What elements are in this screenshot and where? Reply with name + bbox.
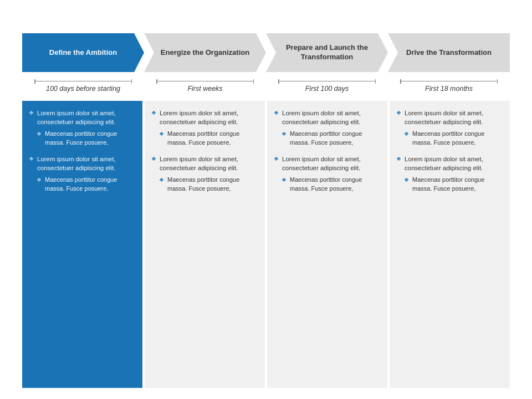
bullet-main-text: Lorem ipsum dolor sit amet, consectetuer…	[405, 109, 503, 126]
arrow-label: Prepare and Launch the Transformation	[266, 43, 388, 62]
bullet-main-text: Lorem ipsum dolor sit amet, consectetuer…	[160, 155, 258, 172]
arrow-item-3: Prepare and Launch the Transformation	[266, 33, 388, 72]
bullet-diamond-icon: ❖	[29, 109, 34, 117]
bullet-main-text: Lorem ipsum dolor sit amet, consectetuer…	[282, 155, 381, 172]
timeline-cell-4: First 18 months	[388, 73, 510, 99]
timeline-cell-3: First 100 days	[266, 73, 388, 99]
bullet-main-text: Lorem ipsum dolor sit amet, consectetuer…	[160, 109, 258, 126]
bullet-sub-text: Maecenas porttitor congue massa. Fusce p…	[412, 176, 503, 193]
content-column-4: ❖Lorem ipsum dolor sit amet, consectetue…	[390, 101, 510, 388]
content-column-2: ❖Lorem ipsum dolor sit amet, consectetue…	[145, 101, 265, 388]
bullet-main-0-0: ❖Lorem ipsum dolor sit amet, consectetue…	[29, 109, 136, 126]
bullet-sub-text: Maecenas porttitor congue massa. Fusce p…	[290, 176, 381, 193]
content-row: ❖Lorem ipsum dolor sit amet, consectetue…	[22, 101, 510, 388]
timeline-label-4: First 18 months	[425, 85, 473, 93]
timeline-cell-2: First weeks	[144, 73, 266, 99]
bullet-sub-text: Maecenas porttitor congue massa. Fusce p…	[45, 130, 136, 147]
bullet-main-0-1: ❖Lorem ipsum dolor sit amet, consectetue…	[29, 155, 136, 172]
bullet-sub-diamond-icon: ❖	[159, 130, 164, 138]
bullet-diamond-icon: ❖	[151, 109, 156, 117]
timeline-cell-1: 100 days before starting	[22, 73, 144, 99]
bullet-main-3-0: ❖Lorem ipsum dolor sit amet, consectetue…	[396, 109, 503, 126]
bullet-diamond-icon: ❖	[396, 109, 401, 117]
bullet-sub-1-0: ❖Maecenas porttitor congue massa. Fusce …	[159, 130, 258, 147]
arrow-item-4: Drive the Transformation	[388, 33, 510, 72]
bullet-sub-text: Maecenas porttitor congue massa. Fusce p…	[45, 176, 136, 193]
bullet-main-text: Lorem ipsum dolor sit amet, consectetuer…	[37, 109, 136, 126]
bullet-main-3-1: ❖Lorem ipsum dolor sit amet, consectetue…	[396, 155, 503, 172]
arrow-label: Energize the Organization	[161, 48, 249, 58]
bullet-diamond-icon: ❖	[29, 155, 34, 163]
arrow-item-1: Define the Ambition	[22, 33, 144, 72]
bullet-sub-diamond-icon: ❖	[159, 176, 164, 184]
bullet-sub-text: Maecenas porttitor congue massa. Fusce p…	[167, 130, 258, 147]
timeline-label-1: 100 days before starting	[46, 85, 120, 93]
bullet-sub-diamond-icon: ❖	[404, 176, 409, 184]
timeline-row: 100 days before startingFirst weeksFirst…	[22, 73, 510, 99]
bullet-sub-diamond-icon: ❖	[404, 130, 409, 138]
bullet-main-2-1: ❖Lorem ipsum dolor sit amet, consectetue…	[274, 155, 381, 172]
content-column-1: ❖Lorem ipsum dolor sit amet, consectetue…	[22, 101, 142, 388]
arrow-banner: Define the AmbitionEnergize the Organiza…	[22, 33, 510, 72]
bullet-main-text: Lorem ipsum dolor sit amet, consectetuer…	[405, 155, 503, 172]
bullet-sub-text: Maecenas porttitor congue massa. Fusce p…	[412, 130, 503, 147]
bullet-main-text: Lorem ipsum dolor sit amet, consectetuer…	[37, 155, 136, 172]
arrow-item-2: Energize the Organization	[144, 33, 266, 72]
bullet-sub-0-0: ❖Maecenas porttitor congue massa. Fusce …	[37, 130, 136, 147]
bullet-sub-3-1: ❖Maecenas porttitor congue massa. Fusce …	[404, 176, 503, 193]
bullet-sub-diamond-icon: ❖	[282, 176, 287, 184]
arrow-label: Drive the Transformation	[406, 48, 492, 58]
bullet-sub-3-0: ❖Maecenas porttitor congue massa. Fusce …	[404, 130, 503, 147]
bullet-diamond-icon: ❖	[274, 155, 279, 163]
bullet-main-1-1: ❖Lorem ipsum dolor sit amet, consectetue…	[151, 155, 258, 172]
timeline-label-3: First 100 days	[305, 85, 349, 93]
page: Define the AmbitionEnergize the Organiza…	[0, 0, 532, 399]
bullet-diamond-icon: ❖	[151, 155, 156, 163]
bullet-sub-diamond-icon: ❖	[37, 176, 42, 184]
bullet-diamond-icon: ❖	[274, 109, 279, 117]
bullet-sub-0-1: ❖Maecenas porttitor congue massa. Fusce …	[37, 176, 136, 193]
bullet-sub-1-1: ❖Maecenas porttitor congue massa. Fusce …	[159, 176, 258, 193]
bullet-diamond-icon: ❖	[396, 155, 401, 163]
bullet-main-1-0: ❖Lorem ipsum dolor sit amet, consectetue…	[151, 109, 258, 126]
bullet-sub-2-1: ❖Maecenas porttitor congue massa. Fusce …	[282, 176, 381, 193]
bullet-sub-diamond-icon: ❖	[282, 130, 287, 138]
bullet-sub-2-0: ❖Maecenas porttitor congue massa. Fusce …	[282, 130, 381, 147]
bullet-main-text: Lorem ipsum dolor sit amet, consectetuer…	[282, 109, 381, 126]
bullet-sub-text: Maecenas porttitor congue massa. Fusce p…	[167, 176, 258, 193]
bullet-sub-text: Maecenas porttitor congue massa. Fusce p…	[290, 130, 381, 147]
bullet-sub-diamond-icon: ❖	[37, 130, 42, 138]
bullet-main-2-0: ❖Lorem ipsum dolor sit amet, consectetue…	[274, 109, 381, 126]
timeline-label-2: First weeks	[187, 85, 222, 93]
content-column-3: ❖Lorem ipsum dolor sit amet, consectetue…	[267, 101, 387, 388]
arrow-label: Define the Ambition	[49, 48, 117, 58]
